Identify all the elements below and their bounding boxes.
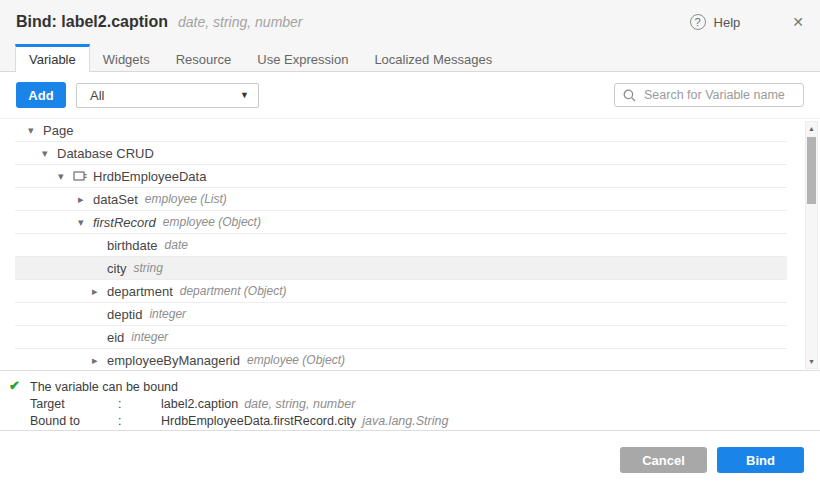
- tree-node-type: employee (List): [145, 192, 227, 206]
- close-icon[interactable]: ✕: [792, 14, 804, 30]
- tree-row[interactable]: ▸dataSetemployee (List): [15, 188, 787, 211]
- variable-tree: ▾Page▾Database CRUD▾HrdbEmployeeData▸dat…: [0, 118, 820, 371]
- tree-node-type: integer: [149, 307, 186, 321]
- tree-row[interactable]: birthdatedate: [15, 234, 787, 257]
- tree-rows: ▾Page▾Database CRUD▾HrdbEmployeeData▸dat…: [15, 119, 787, 371]
- tree-node-type: department (Object): [180, 284, 287, 298]
- bind-status-panel: ✔ The variable can be bound Target : lab…: [0, 371, 820, 431]
- target-colon: :: [118, 396, 161, 413]
- dialog-subtitle: date, string, number: [178, 14, 303, 30]
- status-bound-row: Bound to : HrdbEmployeeData.firstRecord.…: [30, 413, 804, 430]
- tree-row[interactable]: ▸departmentdepartment (Object): [15, 280, 787, 303]
- tree-node-type: date: [165, 238, 188, 252]
- service-variable-icon: [73, 170, 88, 182]
- tree-node-label: eid: [107, 330, 124, 345]
- dialog-footer: Cancel Bind: [0, 431, 820, 488]
- tree-row[interactable]: deptidinteger: [15, 303, 787, 326]
- tab-use-expression[interactable]: Use Expression: [244, 44, 361, 71]
- chevron-right-icon[interactable]: ▸: [78, 194, 93, 205]
- chevron-right-icon[interactable]: ▸: [92, 355, 107, 366]
- tree-node-type: employee (Object): [163, 215, 261, 229]
- tree-node-type: employee (Object): [247, 353, 345, 367]
- chevron-right-icon[interactable]: ▸: [92, 286, 107, 297]
- footer-buttons: Cancel Bind: [620, 447, 804, 473]
- dialog-title: Bind: label2.caption: [16, 13, 168, 31]
- tree-node-label: deptid: [107, 307, 142, 322]
- bind-dialog: Bind: label2.caption date, string, numbe…: [0, 0, 820, 489]
- cancel-button[interactable]: Cancel: [620, 447, 707, 473]
- tree-node-label: dataSet: [93, 192, 138, 207]
- scrollbar-thumb[interactable]: [807, 137, 816, 204]
- titlebar: Bind: label2.caption date, string, numbe…: [0, 0, 820, 44]
- target-type: date, string, number: [244, 396, 355, 413]
- variable-filter-value: All: [90, 88, 104, 103]
- bound-to-type: java.lang.String: [362, 413, 448, 430]
- titlebar-actions: ? Help ✕: [690, 14, 804, 30]
- tree-row[interactable]: citystring: [15, 257, 787, 280]
- check-icon: ✔: [9, 378, 20, 393]
- help-link[interactable]: Help: [714, 15, 741, 30]
- variable-filter-select[interactable]: All ▼: [76, 83, 259, 108]
- chevron-down-icon: ▼: [240, 90, 249, 100]
- scrollbar[interactable]: ▲ ▼: [805, 121, 818, 369]
- dialog-header: Bind: label2.caption date, string, numbe…: [0, 0, 820, 72]
- tree-row[interactable]: ▸employeeByManageridemployee (Object): [15, 349, 787, 371]
- tree-node-label: HrdbEmployeeData: [93, 169, 206, 184]
- bind-button[interactable]: Bind: [717, 447, 804, 473]
- tree-row[interactable]: ▾firstRecordemployee (Object): [15, 211, 787, 234]
- scroll-up-icon[interactable]: ▲: [806, 122, 817, 135]
- tab-resource[interactable]: Resource: [163, 44, 245, 71]
- tree-node-label: Page: [43, 123, 73, 138]
- bound-to-colon: :: [118, 413, 161, 430]
- search-icon: [623, 89, 636, 102]
- target-value: label2.caption: [161, 396, 238, 413]
- tab-localized-messages[interactable]: Localized Messages: [361, 44, 505, 71]
- target-label: Target: [30, 396, 118, 413]
- help-icon[interactable]: ?: [690, 14, 706, 30]
- tree-node-label: employeeByManagerid: [107, 353, 240, 368]
- tree-row[interactable]: ▾Database CRUD: [15, 142, 787, 165]
- tree-node-type: integer: [131, 330, 168, 344]
- tree-row[interactable]: eidinteger: [15, 326, 787, 349]
- variable-toolbar: Add All ▼: [0, 72, 820, 118]
- tree-row[interactable]: ▾HrdbEmployeeData: [15, 165, 787, 188]
- search-box: [614, 83, 804, 107]
- bound-to-label: Bound to: [30, 413, 118, 430]
- tree-row[interactable]: ▾Page: [15, 119, 787, 142]
- chevron-down-icon[interactable]: ▾: [58, 171, 73, 182]
- tree-node-label: Database CRUD: [57, 146, 154, 161]
- tree-node-label: birthdate: [107, 238, 158, 253]
- search-input[interactable]: [642, 87, 795, 103]
- chevron-down-icon[interactable]: ▾: [42, 148, 57, 159]
- tab-variable[interactable]: Variable: [15, 44, 90, 72]
- add-button[interactable]: Add: [16, 82, 66, 108]
- bound-to-value: HrdbEmployeeData.firstRecord.city: [161, 413, 356, 430]
- status-target-row: Target : label2.caption date, string, nu…: [30, 396, 804, 413]
- chevron-down-icon[interactable]: ▾: [28, 125, 43, 136]
- tree-node-label: department: [107, 284, 173, 299]
- tree-node-label: city: [107, 261, 127, 276]
- scroll-down-icon[interactable]: ▼: [806, 355, 817, 368]
- tab-widgets[interactable]: Widgets: [90, 44, 163, 71]
- status-message: The variable can be bound: [30, 379, 804, 396]
- chevron-down-icon[interactable]: ▾: [78, 217, 93, 228]
- tab-bar: Variable Widgets Resource Use Expression…: [0, 44, 820, 72]
- tree-node-type: string: [134, 261, 163, 275]
- tree-node-label: firstRecord: [93, 215, 156, 230]
